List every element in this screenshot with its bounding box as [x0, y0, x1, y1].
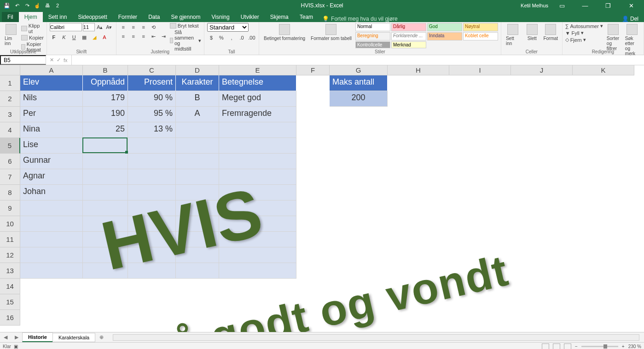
cell[interactable]: [219, 122, 296, 138]
row-header[interactable]: 3: [0, 107, 20, 122]
row-header[interactable]: 7: [0, 169, 20, 185]
cell[interactable]: [219, 169, 296, 185]
cell[interactable]: [176, 122, 219, 138]
cell[interactable]: [176, 216, 219, 232]
align-center-icon[interactable]: ≡: [129, 32, 138, 40]
paste-button[interactable]: Lim inn: [3, 23, 19, 47]
cell-styles-gallery[interactable]: Normal Dårlig God Nøytral Beregning Fork…: [355, 23, 498, 48]
cell[interactable]: [128, 200, 176, 216]
cell[interactable]: [176, 232, 219, 247]
row-header[interactable]: 16: [0, 310, 20, 326]
user-name[interactable]: Ketil Melhus: [521, 3, 548, 8]
share-button[interactable]: 👤 Del: [622, 16, 644, 22]
align-right-icon[interactable]: ≡: [139, 32, 148, 40]
cell[interactable]: [219, 200, 296, 216]
style-forklarende[interactable]: Forklarende ...: [391, 32, 426, 40]
cell[interactable]: [176, 263, 219, 279]
column-header[interactable]: B: [83, 65, 128, 75]
cell[interactable]: Meget god: [219, 91, 296, 107]
number-format-select[interactable]: Standard: [207, 23, 249, 32]
zoom-level[interactable]: 230 %: [628, 344, 641, 349]
cell[interactable]: [20, 247, 83, 263]
fill-color-button[interactable]: ◢: [90, 33, 99, 41]
cut-button[interactable]: Klipp ut: [21, 23, 44, 34]
zoom-in-icon[interactable]: +: [622, 344, 625, 349]
cell[interactable]: A: [176, 107, 219, 122]
cell[interactable]: Karakter: [176, 75, 219, 91]
cell[interactable]: [83, 185, 128, 200]
merge-center-button[interactable]: Slå sammen og midtstill ▾: [170, 29, 201, 51]
sheet-tab-historie[interactable]: Historie: [22, 332, 53, 342]
fx-icon[interactable]: fx: [64, 57, 68, 63]
row-header[interactable]: 4: [0, 122, 20, 138]
cell[interactable]: Agnar: [20, 169, 83, 185]
cell[interactable]: [83, 169, 128, 185]
sort-filter-button[interactable]: Sorter og filtrer: [605, 23, 621, 52]
cell[interactable]: [83, 216, 128, 232]
save-icon[interactable]: 💾: [4, 3, 10, 9]
cell[interactable]: Betegnelse: [219, 75, 296, 91]
row-header[interactable]: 15: [0, 294, 20, 310]
sheet-nav-prev-icon[interactable]: ◀: [0, 334, 11, 340]
cell[interactable]: [219, 216, 296, 232]
tab-sideoppsett[interactable]: Sideoppsett: [72, 12, 112, 22]
cell[interactable]: [176, 247, 219, 263]
cell[interactable]: [176, 138, 219, 154]
cell[interactable]: [83, 138, 128, 154]
undo-icon[interactable]: ↶: [14, 3, 20, 9]
row-header[interactable]: 8: [0, 185, 20, 200]
style-normal[interactable]: Normal: [355, 23, 390, 31]
cell[interactable]: B: [176, 91, 219, 107]
cell[interactable]: [128, 138, 176, 154]
cell[interactable]: Maks antall: [330, 75, 388, 91]
cell[interactable]: 179: [83, 91, 128, 107]
cell[interactable]: [128, 232, 176, 247]
align-left-icon[interactable]: ≡: [119, 32, 128, 40]
wrap-text-button[interactable]: Bryt tekst: [170, 23, 201, 29]
tab-segjennom[interactable]: Se gjennom: [165, 12, 206, 22]
row-header[interactable]: 1: [0, 75, 20, 91]
fill-button[interactable]: ▼ Fyll ▾: [565, 30, 603, 36]
row-header[interactable]: 10: [0, 216, 20, 232]
tab-team[interactable]: Team: [294, 12, 319, 22]
cell[interactable]: 200: [330, 91, 388, 107]
select-all-corner[interactable]: [0, 65, 20, 75]
view-pagebreak-icon[interactable]: [564, 343, 571, 349]
font-size-input[interactable]: [83, 23, 95, 31]
row-header[interactable]: 6: [0, 154, 20, 169]
minimize-icon[interactable]: —: [576, 2, 594, 9]
redo-icon[interactable]: ↷: [24, 3, 30, 9]
horizontal-scrollbar[interactable]: [113, 334, 639, 341]
column-header[interactable]: I: [449, 65, 511, 75]
cell[interactable]: [128, 169, 176, 185]
cell[interactable]: 95 %: [128, 107, 176, 122]
inc-decimal-icon[interactable]: .0: [238, 34, 246, 42]
cell[interactable]: [83, 247, 128, 263]
cell[interactable]: [83, 232, 128, 247]
tab-hjem[interactable]: Hjem: [19, 12, 43, 22]
column-header[interactable]: D: [176, 65, 219, 75]
ribbon-options-icon[interactable]: ▭: [553, 2, 571, 9]
new-sheet-button[interactable]: ⊕: [95, 334, 108, 340]
cell[interactable]: [176, 200, 219, 216]
enter-formula-icon[interactable]: ✓: [57, 57, 61, 63]
underline-button[interactable]: U: [70, 33, 78, 41]
shrink-font-icon[interactable]: A▾: [105, 23, 113, 31]
cell[interactable]: [219, 154, 296, 169]
column-header[interactable]: F: [296, 65, 330, 75]
indent-dec-icon[interactable]: ⇤: [150, 32, 158, 40]
cell[interactable]: [83, 200, 128, 216]
cell[interactable]: Johan: [20, 185, 83, 200]
style-kontroll[interactable]: Kontrollcelle: [355, 41, 390, 48]
indent-inc-icon[interactable]: ⇥: [160, 32, 168, 40]
tab-data[interactable]: Data: [143, 12, 165, 22]
row-header[interactable]: 14: [0, 279, 20, 294]
cell[interactable]: [20, 232, 83, 247]
cell[interactable]: [83, 154, 128, 169]
cell[interactable]: Elev: [20, 75, 83, 91]
cell[interactable]: Prosent: [128, 75, 176, 91]
zoom-slider[interactable]: [581, 346, 618, 347]
cell[interactable]: [176, 185, 219, 200]
italic-button[interactable]: K: [60, 33, 68, 41]
cancel-formula-icon[interactable]: ✕: [50, 57, 54, 63]
